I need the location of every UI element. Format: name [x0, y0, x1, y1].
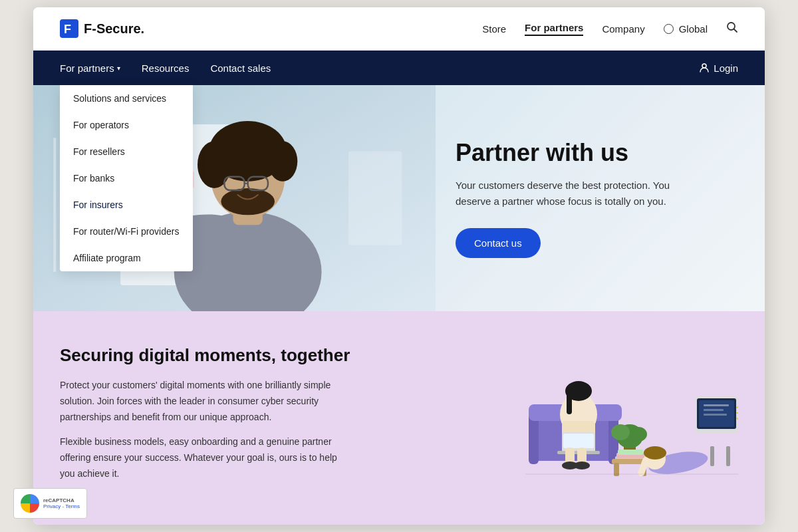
recaptcha-terms[interactable]: Terms: [65, 503, 80, 509]
bottom-title: Securing digital moments, together: [60, 344, 499, 367]
dropdown-item-affiliate[interactable]: Affiliate program: [60, 245, 193, 271]
svg-line-3: [734, 29, 737, 32]
search-button[interactable]: [726, 21, 738, 37]
sec-nav-resources[interactable]: Resources: [142, 52, 190, 84]
svg-rect-62: [710, 446, 714, 466]
sec-nav-contact-sales[interactable]: Contact sales: [210, 52, 271, 84]
family-illustration-svg: [525, 358, 738, 477]
bottom-content: Securing digital moments, together Prote…: [60, 344, 499, 491]
svg-point-14: [268, 141, 297, 182]
svg-rect-35: [563, 434, 594, 448]
bottom-paragraph-2: Flexible business models, easy onboardin…: [60, 434, 339, 481]
login-label: Login: [714, 63, 738, 74]
nav-for-partners[interactable]: For partners: [525, 22, 583, 36]
bottom-paragraph-1: Protect your customers' digital moments …: [60, 378, 339, 425]
svg-point-43: [611, 424, 630, 440]
recaptcha-badge: reCAPTCHA Privacy - Terms: [13, 488, 87, 519]
svg-rect-33: [567, 391, 572, 414]
logo-text: F-Secure.: [84, 21, 144, 37]
contact-us-button[interactable]: Contact us: [456, 228, 541, 258]
logo[interactable]: F F-Secure.: [60, 19, 144, 38]
svg-text:F: F: [64, 23, 71, 36]
bottom-section: Securing digital moments, together Prote…: [33, 311, 765, 525]
hero-subtitle: Your customers deserve the best protecti…: [456, 178, 682, 209]
svg-point-4: [702, 64, 706, 68]
nav-global[interactable]: Global: [664, 23, 708, 35]
recaptcha-logo-icon: [21, 494, 39, 513]
dropdown-arrow-icon: ▾: [117, 65, 120, 72]
svg-point-40: [574, 462, 590, 469]
top-nav: F F-Secure. Store For partners Company G…: [33, 7, 765, 51]
svg-rect-47: [618, 450, 643, 455]
secondary-nav: For partners ▾ Resources Contact sales L…: [33, 51, 765, 85]
dropdown-item-router[interactable]: For router/Wi-Fi providers: [60, 218, 193, 245]
svg-rect-19: [53, 138, 56, 272]
dropdown-item-insurers[interactable]: For insurers: [60, 192, 193, 218]
svg-point-15: [221, 188, 275, 215]
svg-rect-63: [726, 446, 730, 466]
sec-nav-for-partners[interactable]: For partners ▾: [60, 52, 120, 84]
recaptcha-text: reCAPTCHA Privacy - Terms: [43, 497, 80, 509]
login-button[interactable]: Login: [699, 63, 738, 74]
svg-rect-61: [704, 414, 727, 416]
top-nav-links: Store For partners Company Global: [482, 21, 738, 37]
hero-title: Partner with us: [456, 138, 732, 167]
dropdown-item-operators[interactable]: For operators: [60, 112, 193, 138]
globe-icon: [664, 24, 674, 34]
browser-frame: F F-Secure. Store For partners Company G…: [33, 7, 765, 525]
nav-wrapper: For partners ▾ Resources Contact sales L…: [33, 51, 765, 85]
svg-rect-59: [704, 404, 729, 406]
svg-point-13: [198, 141, 231, 188]
dropdown-menu-list: Solutions and services For operators For…: [60, 85, 193, 271]
svg-rect-60: [704, 409, 724, 411]
secondary-nav-left: For partners ▾ Resources Contact sales: [60, 52, 271, 84]
dropdown-item-banks[interactable]: For banks: [60, 165, 193, 192]
nav-store[interactable]: Store: [482, 23, 506, 35]
hero-content: Partner with us Your customers deserve t…: [436, 112, 765, 285]
recaptcha-privacy[interactable]: Privacy: [43, 503, 61, 509]
dropdown-item-resellers[interactable]: For resellers: [60, 138, 193, 165]
svg-rect-20: [348, 152, 402, 245]
nav-company[interactable]: Company: [602, 23, 644, 35]
svg-point-44: [630, 427, 647, 442]
dropdown-item-solutions[interactable]: Solutions and services: [60, 85, 193, 112]
bottom-illustration: [525, 358, 738, 477]
